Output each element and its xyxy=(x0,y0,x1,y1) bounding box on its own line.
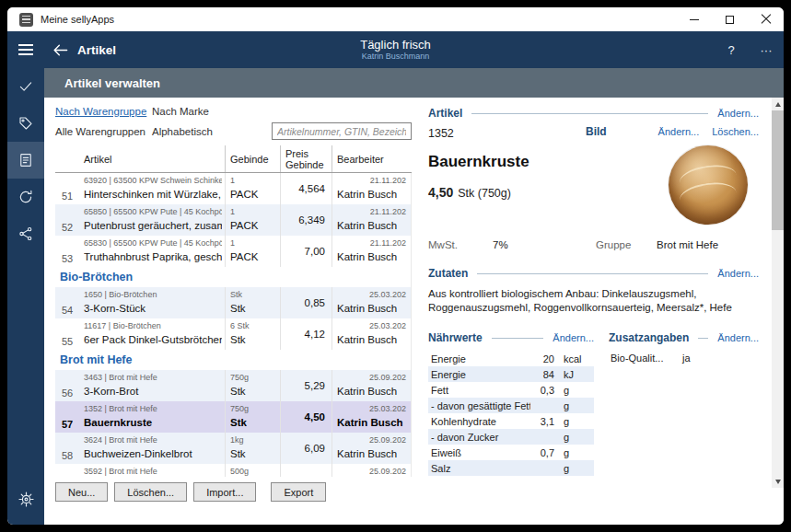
more-button[interactable]: ··· xyxy=(749,31,784,68)
naehrwert-value: 84 xyxy=(530,369,554,380)
table-header: Artikel Gebinde Preis Gebinde Bearbeiter xyxy=(55,145,412,173)
zusatzangaben-aendern-link[interactable]: Ändern... xyxy=(717,332,759,343)
table-row[interactable]: 54 1650 | Bio-Brötchen3-Korn-Stück StkSt… xyxy=(55,287,411,318)
back-button[interactable] xyxy=(44,31,76,68)
close-button[interactable] xyxy=(748,7,784,31)
loeschen-button[interactable]: Löschen... xyxy=(114,482,187,502)
scrollbar-track[interactable] xyxy=(772,110,784,475)
filter-alle-warengruppen[interactable]: Alle Warengruppen xyxy=(55,126,152,137)
menu-button[interactable] xyxy=(7,31,44,68)
naehrwert-unit: g xyxy=(554,432,594,443)
row-date: 25.09.202 xyxy=(337,434,409,446)
row-gebinde-meta: 1kg xyxy=(230,434,277,446)
row-date: 21.11.202 xyxy=(337,175,409,187)
articles-list-icon xyxy=(17,152,34,168)
filter-alphabetisch[interactable]: Alphabetisch xyxy=(152,126,213,137)
bild-aendern-link[interactable]: Ändern... xyxy=(658,126,700,137)
sidebar-item-labels[interactable] xyxy=(7,105,44,142)
list-actions: Neu... Löschen... Import... Export xyxy=(55,482,419,502)
row-meta: 3463 | Brot mit Hefe xyxy=(84,372,222,384)
table-row[interactable]: 52 65850 | 65500 KPW Pute | 45 Kochpökel… xyxy=(55,204,411,236)
table-row-selected[interactable]: 57 1352 | Brot mit HefeBauernkruste 750g… xyxy=(55,401,411,433)
zusatzangaben-column: Zusatzangaben Ändern... Bio-Qualit... ja xyxy=(609,331,759,476)
sidebar-item-share[interactable] xyxy=(7,215,44,252)
naehrwert-unit: kJ xyxy=(554,369,594,380)
section-divider xyxy=(492,338,544,339)
gruppe-value: Brot mit Hefe xyxy=(657,239,718,250)
settings-button[interactable] xyxy=(7,480,44,517)
column-header-bearbeiter[interactable]: Bearbeiter xyxy=(332,145,412,172)
chevron-down-icon xyxy=(775,480,781,484)
row-gebinde: PACK xyxy=(230,187,277,202)
detail-scrollbar[interactable] xyxy=(772,98,784,488)
close-icon xyxy=(761,14,772,25)
row-preis: 4,564 xyxy=(280,173,332,204)
scroll-up-button[interactable] xyxy=(772,98,784,110)
section-zutaten-label: Zutaten xyxy=(428,267,468,280)
table-row[interactable]: 53 65830 | 65500 KPW Pute | 45 Kochpökel… xyxy=(55,236,411,267)
minimize-button[interactable] xyxy=(676,7,712,31)
sidebar-item-articles[interactable] xyxy=(7,142,44,179)
naehrwert-label: Fett xyxy=(431,385,530,396)
row-date: 25.03.202 xyxy=(337,320,409,332)
artikel-name: Bauernkruste xyxy=(428,153,586,171)
sidebar-item-sync[interactable] xyxy=(7,179,44,215)
row-name: Bauernkruste xyxy=(84,415,222,431)
naehrwert-row: Energie20kcal xyxy=(428,351,594,366)
search-input[interactable] xyxy=(272,122,412,140)
row-gebinde: Stk xyxy=(230,415,277,431)
column-header-artikel[interactable]: Artikel xyxy=(79,145,225,172)
column-header-preis-gebinde[interactable]: Preis Gebinde xyxy=(280,145,332,172)
neu-button[interactable]: Neu... xyxy=(55,482,108,502)
table-row[interactable]: 55 11617 | Bio-Brötchen6er Pack Dinkel-G… xyxy=(55,318,411,350)
maximize-button[interactable] xyxy=(712,7,748,31)
app-icon xyxy=(19,13,33,27)
row-gebinde-meta: 1 xyxy=(230,237,277,249)
section-naehrwerte-label: Nährwerte xyxy=(428,331,483,344)
naehrwerte-aendern-link[interactable]: Ändern... xyxy=(553,332,594,343)
section-divider xyxy=(471,113,708,114)
bild-loeschen-link[interactable]: Löschen... xyxy=(712,126,759,137)
row-meta: 65850 | 65500 KPW Pute | 45 Kochpökelwar… xyxy=(84,206,222,218)
sidebar-item-tasks[interactable] xyxy=(7,68,44,105)
section-zusatzangaben: Zusatzangaben Ändern... xyxy=(609,331,759,344)
help-button[interactable]: ? xyxy=(714,31,749,68)
filter-nach-marke[interactable]: Nach Marke xyxy=(152,106,209,117)
row-preis: 0,85 xyxy=(280,287,332,318)
row-editor: Katrin Busch xyxy=(337,218,409,234)
row-index: 51 xyxy=(55,173,79,204)
table-row[interactable]: 51 63920 | 63500 KPW Schwein Schinken | … xyxy=(55,173,411,204)
article-detail-panel: Artikel Ändern... 1352 Bauernkruste 4,50… xyxy=(419,98,772,525)
row-preis: 6,349 xyxy=(280,204,332,236)
filter-nach-warengruppe[interactable]: Nach Warengruppe xyxy=(55,106,152,117)
window-title: Meine sellyApps xyxy=(41,14,114,25)
export-button[interactable]: Export xyxy=(271,482,326,502)
scrollbar-thumb[interactable] xyxy=(772,110,784,230)
import-button[interactable]: Import... xyxy=(193,482,256,502)
table-row-partial[interactable]: 3592 | Brot mit Hefe 500g 25.09.202 xyxy=(55,464,411,477)
price-tag-icon xyxy=(17,115,34,132)
naehrwerte-table: Energie20kcal Energie84kJ Fett0,3g - dav… xyxy=(428,351,594,476)
row-index: 54 xyxy=(55,287,79,318)
naehrwert-label: Kohlenhydrate xyxy=(431,416,530,427)
section-divider xyxy=(477,273,708,274)
table-row[interactable]: 56 3463 | Brot mit Hefe3-Korn-Brot 750gS… xyxy=(55,370,411,401)
row-meta: 1650 | Bio-Brötchen xyxy=(84,289,222,301)
column-header-gebinde[interactable]: Gebinde xyxy=(225,145,280,172)
table-row[interactable]: 58 3624 | Brot mit HefeBuchweizen-Dinkel… xyxy=(55,433,411,464)
row-gebinde-meta: 750g xyxy=(230,403,277,415)
row-name: 3-Korn-Brot xyxy=(84,384,222,399)
row-meta: 65830 | 65500 KPW Pute | 45 Kochpökelwar… xyxy=(84,237,222,249)
naehrwert-label: Energie xyxy=(431,353,530,364)
zutaten-aendern-link[interactable]: Ändern... xyxy=(717,268,759,279)
section-divider xyxy=(698,338,708,339)
row-gebinde-meta: 500g xyxy=(230,466,277,477)
artikel-aendern-link[interactable]: Ändern... xyxy=(717,108,759,119)
naehrwert-row: - davon gesättigte Fett...g xyxy=(428,398,594,413)
sidebar xyxy=(7,31,44,525)
row-gebinde-meta: 750g xyxy=(230,372,277,384)
scroll-down-button[interactable] xyxy=(772,475,784,488)
row-name: 3-Korn-Stück xyxy=(84,301,222,317)
row-gebinde: Stk xyxy=(230,301,277,317)
chevron-up-icon xyxy=(775,102,781,107)
